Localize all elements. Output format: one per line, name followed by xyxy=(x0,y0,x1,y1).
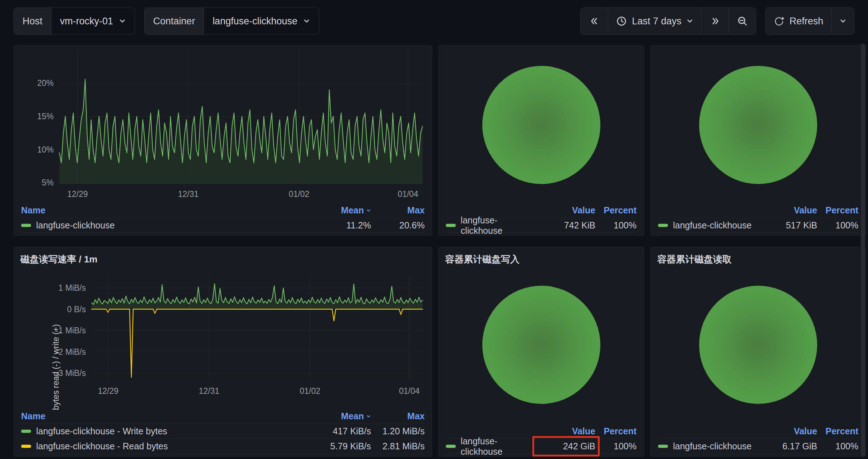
series-color-pill xyxy=(21,224,31,227)
disk-rate-time-series-chart[interactable]: 12/2912/3101/0201/041 MiB/s0 B/s-1 MiB/s… xyxy=(20,274,427,397)
legend-header-max[interactable]: Max xyxy=(371,411,425,421)
series-percent: 100% xyxy=(817,220,858,231)
legend-header-value[interactable]: Value xyxy=(538,426,595,436)
series-color-pill xyxy=(21,430,31,433)
legend-row: langfuse-clickhouse 517 KiB 100% xyxy=(658,218,858,233)
panel-title[interactable]: 容器累计磁盘写入 xyxy=(444,250,638,269)
pie-chart-container xyxy=(657,269,860,424)
time-shift-back-button[interactable] xyxy=(581,8,608,34)
refresh-icon xyxy=(774,16,784,26)
legend-row: langfuse-clickhouse - Read bytes 5.79 Ki… xyxy=(21,439,425,454)
legend-header-row: Value Percent xyxy=(658,424,858,439)
svg-text:1 MiB/s: 1 MiB/s xyxy=(58,283,86,293)
host-variable-dropdown[interactable]: Host vm-rocky-01 xyxy=(14,8,135,35)
series-color-pill xyxy=(658,445,668,448)
time-range-picker[interactable]: Last 7 days xyxy=(608,8,701,34)
panel-disk-write-per-sec: Value Percent langfuse-clickhouse 742 Ki… xyxy=(438,45,644,236)
series-percent: 100% xyxy=(595,441,637,451)
legend-header-percent[interactable]: Percent xyxy=(595,205,637,216)
series-max-value: 20.6% xyxy=(371,220,425,231)
panel-title[interactable]: 磁盘读写速率 / 1m xyxy=(20,250,426,269)
host-label: Host xyxy=(14,8,52,34)
series-color-pill xyxy=(446,224,456,227)
svg-text:5%: 5% xyxy=(42,178,54,187)
legend-header-percent[interactable]: Percent xyxy=(817,426,858,436)
legend-header-value[interactable]: Value xyxy=(760,426,817,436)
chevron-down-icon xyxy=(303,18,310,25)
svg-text:01/02: 01/02 xyxy=(300,386,321,396)
legend-header-value[interactable]: Value xyxy=(760,205,817,216)
container-value-select[interactable]: langfuse-clickhouse xyxy=(204,8,319,34)
time-shift-forward-button[interactable] xyxy=(701,8,728,34)
series-value: 6.17 GiB xyxy=(760,441,817,451)
series-mean-value: 5.79 KiB/s xyxy=(310,441,371,451)
variable-controls: Host vm-rocky-01 Container langfuse-clic… xyxy=(14,8,319,35)
refresh-group: Refresh xyxy=(765,8,854,35)
legend-row: langfuse-clickhouse 242 GiB 100% xyxy=(446,439,637,454)
chevron-down-icon xyxy=(119,18,126,25)
legend-header-mean[interactable]: Mean xyxy=(310,205,371,216)
zoom-out-icon xyxy=(737,15,748,27)
panel-disk-write-total: 容器累计磁盘写入 Value Percent langfuse-clickhou… xyxy=(438,247,644,456)
panel-disk-rw-rate: 磁盘读写速率 / 1m bytes read (-) / write (+) 1… xyxy=(14,247,432,456)
legend-row: langfuse-clickhouse 11.2% 20.6% xyxy=(21,218,425,233)
refresh-button[interactable]: Refresh xyxy=(766,8,831,34)
zoom-out-button[interactable] xyxy=(728,8,756,34)
series-name[interactable]: langfuse-clickhouse xyxy=(461,436,538,457)
mean-header-label: Mean xyxy=(341,205,364,216)
svg-text:12/29: 12/29 xyxy=(98,386,118,396)
legend-header-max[interactable]: Max xyxy=(371,205,425,216)
refresh-interval-dropdown[interactable] xyxy=(831,8,854,34)
refresh-label: Refresh xyxy=(789,16,823,27)
series-name[interactable]: langfuse-clickhouse - Read bytes xyxy=(36,441,168,451)
svg-text:01/04: 01/04 xyxy=(398,189,419,199)
clock-icon xyxy=(616,16,627,26)
series-max-value: 2.81 MiB/s xyxy=(371,441,425,451)
pie-chart-container xyxy=(444,49,638,203)
series-value: 242 GiB xyxy=(563,441,595,451)
host-value: vm-rocky-01 xyxy=(60,16,113,27)
series-name[interactable]: langfuse-clickhouse xyxy=(36,220,115,231)
pie-legend-table: Value Percent langfuse-clickhouse 6.17 G… xyxy=(657,424,860,454)
pie-chart xyxy=(699,66,817,184)
legend-row: langfuse-clickhouse 742 KiB 100% xyxy=(446,218,637,233)
sort-caret-icon xyxy=(366,414,371,419)
series-percent: 100% xyxy=(817,441,858,451)
series-max-value: 1.20 MiB/s xyxy=(371,426,425,436)
chevrons-left-icon xyxy=(589,16,600,26)
legend-header-percent[interactable]: Percent xyxy=(817,205,858,216)
container-label: Container xyxy=(145,8,204,34)
series-percent: 100% xyxy=(595,220,637,231)
series-name[interactable]: langfuse-clickhouse xyxy=(673,220,752,231)
legend-header-row: Name Mean Max xyxy=(21,203,425,218)
pie-chart xyxy=(482,286,600,404)
container-variable-dropdown[interactable]: Container langfuse-clickhouse xyxy=(144,8,319,35)
series-name[interactable]: langfuse-clickhouse xyxy=(673,441,752,451)
vertical-scrollbar[interactable] xyxy=(861,44,865,457)
series-name[interactable]: langfuse-clickhouse xyxy=(461,215,538,236)
series-value: 517 KiB xyxy=(760,220,817,231)
series-value: 742 KiB xyxy=(538,220,595,231)
host-value-select[interactable]: vm-rocky-01 xyxy=(52,8,135,34)
panel-title[interactable]: 容器累计磁盘读取 xyxy=(657,250,860,269)
svg-text:01/02: 01/02 xyxy=(289,189,309,199)
chevron-down-icon xyxy=(839,18,847,25)
legend-header-row: Name Mean Max xyxy=(21,409,425,424)
disk-rate-legend-table: Name Mean Max langfuse-clickhouse - Writ… xyxy=(20,409,426,454)
legend-header-name[interactable]: Name xyxy=(21,205,310,216)
legend-row: langfuse-clickhouse 6.17 GiB 100% xyxy=(658,439,858,454)
time-controls: Last 7 days Refresh xyxy=(580,8,854,35)
sort-caret-icon xyxy=(366,208,371,213)
cpu-time-series-chart[interactable]: 12/2912/3101/0201/0420%15%10%5% xyxy=(20,49,427,200)
y-axis-label: bytes read (-) / write (+) xyxy=(51,308,61,426)
panel-disk-read-total: 容器累计磁盘读取 Value Percent langfuse-clickhou… xyxy=(650,247,866,456)
legend-header-mean[interactable]: Mean xyxy=(310,411,371,421)
legend-header-value[interactable]: Value xyxy=(538,205,595,216)
legend-header-name[interactable]: Name xyxy=(21,411,310,421)
legend-header-percent[interactable]: Percent xyxy=(595,426,637,436)
panel-cpu-usage: 12/2912/3101/0201/0420%15%10%5% Name Mea… xyxy=(14,45,432,236)
chevrons-right-icon xyxy=(710,16,721,26)
svg-text:15%: 15% xyxy=(37,112,54,121)
pie-legend-table: Value Percent langfuse-clickhouse 517 Ki… xyxy=(657,203,860,233)
series-name[interactable]: langfuse-clickhouse - Write bytes xyxy=(36,426,167,436)
